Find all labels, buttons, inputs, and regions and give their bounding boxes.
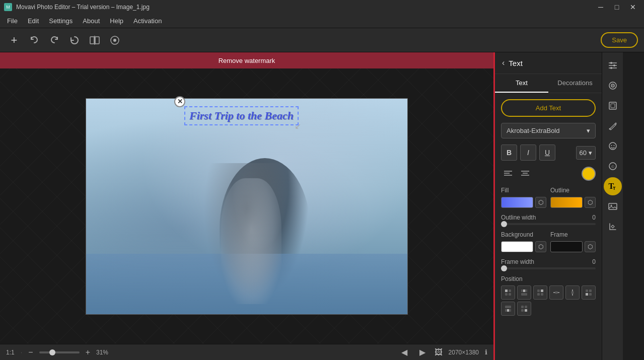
tab-decorations[interactable]: Decorations xyxy=(548,74,602,93)
transform-button[interactable] xyxy=(604,218,622,236)
menu-about[interactable]: About xyxy=(78,15,105,27)
canvas-container[interactable]: ✕ First Trip to the Beach ↙ xyxy=(0,68,493,344)
svg-rect-11 xyxy=(505,290,508,292)
delete-text-button[interactable]: ✕ xyxy=(174,96,185,107)
pos-top-center[interactable] xyxy=(517,285,531,300)
background-color-swatch[interactable] xyxy=(501,241,533,252)
save-button[interactable]: Save xyxy=(601,32,638,48)
paint-button[interactable] xyxy=(604,117,622,135)
fill-options-button[interactable]: ⬡ xyxy=(535,197,546,208)
compare-button[interactable] xyxy=(87,32,103,48)
redo-button[interactable] xyxy=(46,32,62,48)
watermark-bar[interactable]: Remove watermark xyxy=(0,52,493,68)
frame-color-swatch[interactable] xyxy=(550,241,583,252)
align-row xyxy=(501,167,596,181)
outline-color-row: ⬡ xyxy=(550,197,596,208)
svg-point-44 xyxy=(610,67,612,69)
add-text-button[interactable]: Add Text xyxy=(501,99,596,117)
fill-color-row: ⬡ xyxy=(501,197,546,208)
svg-rect-14 xyxy=(509,293,511,296)
close-button[interactable]: ✕ xyxy=(626,2,640,12)
watermark-remove-button[interactable]: © xyxy=(604,157,622,175)
style-row: B I U 60 ▾ xyxy=(501,145,596,161)
font-dropdown-icon: ▾ xyxy=(587,127,590,134)
pos-center-h[interactable] xyxy=(549,285,563,300)
svg-rect-19 xyxy=(541,290,543,292)
zoom-out-button[interactable]: − xyxy=(28,348,33,357)
window-controls: ─ □ ✕ xyxy=(594,2,640,12)
menu-help[interactable]: Help xyxy=(105,15,128,27)
background-options-button[interactable]: ⬡ xyxy=(535,241,546,252)
minimize-button[interactable]: ─ xyxy=(594,2,608,12)
pos-top-right[interactable] xyxy=(533,285,547,300)
outline-width-value: 0 xyxy=(592,214,596,221)
tab-text[interactable]: Text xyxy=(495,74,548,93)
position-grid xyxy=(501,285,596,316)
pos-bottom-right[interactable] xyxy=(517,302,531,316)
text-color-circle[interactable] xyxy=(582,167,596,181)
background-color-row: ⬡ xyxy=(501,241,546,252)
next-image-button[interactable]: ▶ xyxy=(416,346,428,358)
prev-image-button[interactable]: ◀ xyxy=(398,346,410,358)
menu-edit[interactable]: Edit xyxy=(23,15,44,27)
person-silhouette xyxy=(220,158,310,299)
panel-header: ‹ Text xyxy=(495,52,602,74)
stickers-button[interactable] xyxy=(604,137,622,155)
italic-button[interactable]: I xyxy=(520,145,536,161)
outline-options-button[interactable]: ⬡ xyxy=(585,197,596,208)
svg-point-42 xyxy=(613,64,615,66)
font-size-selector[interactable]: 60 ▾ xyxy=(576,146,596,160)
outline-width-slider[interactable] xyxy=(501,223,596,225)
frames-button[interactable] xyxy=(604,97,622,115)
info-icon[interactable]: ℹ xyxy=(485,348,487,356)
zoom-slider[interactable] xyxy=(39,351,80,353)
add-button[interactable]: + xyxy=(6,32,22,48)
titlebar: M Movavi Photo Editor – Trial version – … xyxy=(0,0,644,14)
text-button[interactable]: T T xyxy=(604,177,622,195)
refresh-button[interactable] xyxy=(66,32,83,48)
pos-bottom-left[interactable] xyxy=(582,285,596,300)
outline-label: Outline xyxy=(550,187,596,194)
text-selection-box[interactable]: ✕ First Trip to the Beach ↙ xyxy=(184,106,299,125)
menu-file[interactable]: File xyxy=(2,15,23,27)
menu-settings[interactable]: Settings xyxy=(44,15,78,27)
outline-color-swatch[interactable] xyxy=(550,197,583,208)
bg-frame-section: Background ⬡ Frame ⬡ xyxy=(501,231,596,252)
maximize-button[interactable]: □ xyxy=(610,2,624,12)
frame-width-slider[interactable] xyxy=(501,267,596,269)
pos-top-left[interactable] xyxy=(501,285,515,300)
svg-rect-30 xyxy=(589,293,592,296)
font-selector[interactable]: Akrobat-ExtraBold ▾ xyxy=(501,123,596,138)
align-center-button[interactable] xyxy=(518,167,532,181)
svg-rect-15 xyxy=(523,290,526,292)
insert-photo-button[interactable] xyxy=(604,197,622,215)
filters-button[interactable] xyxy=(604,56,622,75)
svg-rect-33 xyxy=(505,309,506,312)
underline-button[interactable]: U xyxy=(539,145,555,161)
zoom-in-button[interactable]: + xyxy=(86,348,90,357)
canvas-image[interactable]: ✕ First Trip to the Beach ↙ xyxy=(86,98,408,315)
svg-rect-1 xyxy=(95,37,99,44)
pos-bottom-center[interactable] xyxy=(501,302,515,316)
pos-center-v[interactable] xyxy=(565,285,580,300)
svg-rect-35 xyxy=(525,309,527,312)
undo-button[interactable] xyxy=(26,32,42,48)
back-arrow-button[interactable]: ‹ xyxy=(502,58,505,67)
retouching-button[interactable] xyxy=(604,77,622,95)
frame-width-section: Frame width 0 xyxy=(501,258,596,269)
preview-button[interactable] xyxy=(107,32,123,48)
separator: · xyxy=(21,348,23,356)
fill-outline-section: Fill ⬡ Outline ⬡ xyxy=(501,187,596,208)
svg-rect-13 xyxy=(505,293,508,296)
menu-activation[interactable]: Activation xyxy=(128,15,167,27)
fill-color-swatch[interactable] xyxy=(501,197,533,208)
position-label: Position xyxy=(501,275,596,282)
far-right-toolbar: © T T xyxy=(602,52,623,360)
bold-button[interactable]: B xyxy=(501,145,517,161)
toolbar: + Save xyxy=(0,28,644,52)
panel-tabs: Text Decorations xyxy=(495,74,602,93)
align-left-button[interactable] xyxy=(501,167,515,181)
frame-options-button[interactable]: ⬡ xyxy=(585,241,596,252)
svg-point-47 xyxy=(612,85,613,86)
resize-handle[interactable]: ↙ xyxy=(295,121,302,128)
